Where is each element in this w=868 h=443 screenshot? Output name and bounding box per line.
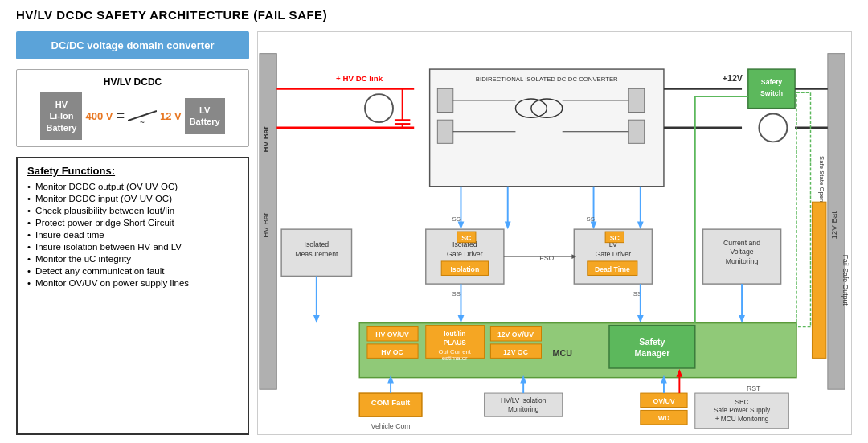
svg-text:Safety: Safety — [761, 79, 782, 87]
dcdc-label: HV/LV DCDC — [25, 76, 240, 88]
converter-symbol: ~ — [128, 105, 157, 127]
safety-list-item: Insure isolation between HV and LV — [27, 242, 238, 252]
safety-functions-title: Safety Functions: — [27, 165, 238, 177]
svg-text:~: ~ — [140, 118, 145, 127]
safety-list: Monitor DCDC output (OV UV OC)Monitor DC… — [27, 182, 238, 288]
svg-rect-16 — [437, 120, 452, 143]
svg-rect-15 — [437, 88, 452, 112]
svg-text:Safe Power Supply: Safe Power Supply — [714, 407, 771, 414]
equals-sign: = — [116, 108, 125, 125]
svg-text:Manager: Manager — [634, 348, 669, 358]
svg-text:+ MCU Monitoring: + MCU Monitoring — [715, 416, 769, 423]
svg-text:Isolation: Isolation — [450, 265, 479, 273]
svg-marker-73 — [637, 315, 644, 323]
hv-box: HV Li-Ion Battery — [40, 92, 82, 140]
svg-text:SBC: SBC — [735, 399, 749, 406]
lv-voltage: 12 V — [160, 110, 182, 122]
svg-text:Out Current: Out Current — [438, 348, 471, 355]
svg-text:Monitoring: Monitoring — [508, 406, 539, 413]
svg-point-25 — [365, 94, 393, 122]
safety-list-item: Monitor DCDC output (OV UV OC) — [27, 182, 238, 191]
right-panel: HV Bat 12V Bat + HV DC link — [257, 31, 852, 435]
svg-marker-42 — [637, 221, 644, 229]
svg-text:Gate Driver: Gate Driver — [596, 250, 632, 258]
svg-text:HV Bat: HV Bat — [261, 126, 270, 153]
svg-marker-123 — [313, 315, 320, 323]
svg-text:MCU: MCU — [553, 348, 573, 358]
safety-list-item: Detect any communication fault — [27, 266, 238, 276]
svg-text:HV/LV Isolation: HV/LV Isolation — [501, 397, 547, 404]
safety-functions-box: Safety Functions: Monitor DCDC output (O… — [16, 157, 249, 435]
svg-text:Current and: Current and — [723, 239, 760, 247]
svg-text:Switch: Switch — [760, 89, 783, 97]
svg-text:HV OV/UV: HV OV/UV — [375, 330, 409, 338]
svg-point-33 — [759, 113, 787, 142]
svg-rect-89 — [609, 326, 695, 368]
svg-text:SS: SS — [586, 215, 594, 223]
svg-text:Voltage: Voltage — [731, 248, 754, 256]
svg-text:Fail Safe Output: Fail Safe Output — [841, 255, 850, 306]
svg-text:OV/UV: OV/UV — [653, 397, 674, 405]
svg-text:COM Fault: COM Fault — [371, 398, 411, 407]
svg-text:SC: SC — [610, 234, 620, 242]
svg-rect-20 — [628, 120, 644, 143]
architecture-diagram: HV Bat 12V Bat + HV DC link — [258, 32, 851, 434]
svg-text:+12V: +12V — [723, 73, 743, 83]
svg-text:Gate Driver: Gate Driver — [447, 250, 483, 258]
page-title: HV/LV DCDC SAFETY ARCHITECTURE (FAIL SAF… — [16, 8, 852, 22]
safety-list-item: Check plausibility between Iout/Iin — [27, 206, 238, 215]
svg-text:Dead Time: Dead Time — [595, 265, 630, 273]
hv-voltage: 400 V — [85, 110, 113, 122]
svg-text:SC: SC — [461, 234, 472, 242]
svg-text:Measurement: Measurement — [295, 250, 338, 258]
svg-text:BIDIRECTIONAL ISOLATED DC-DC C: BIDIRECTIONAL ISOLATED DC-DC CONVERTER — [476, 76, 618, 83]
safety-list-item: Monitor OV/UV on power supply lines — [27, 278, 238, 288]
svg-text:12V OV/UV: 12V OV/UV — [497, 330, 534, 338]
svg-text:Safety: Safety — [639, 337, 665, 347]
svg-text:HV Bat: HV Bat — [261, 213, 270, 238]
converter-title: DC/DC voltage domain converter — [16, 31, 249, 59]
lv-box: LV Battery — [185, 98, 225, 134]
dcdc-diagram: HV/LV DCDC HV Li-Ion Battery 400 V = ~ 1… — [16, 69, 249, 147]
svg-text:estimator: estimator — [442, 355, 468, 362]
svg-text:SS: SS — [452, 215, 460, 223]
svg-rect-96 — [812, 202, 825, 358]
svg-rect-19 — [628, 88, 644, 112]
svg-text:PLAUS: PLAUS — [444, 339, 466, 347]
svg-text:SS: SS — [452, 290, 460, 297]
svg-text:Monitoring: Monitoring — [726, 257, 759, 265]
svg-text:WD: WD — [658, 414, 670, 422]
left-panel: DC/DC voltage domain converter HV/LV DCD… — [16, 31, 249, 435]
safety-list-item: Insure dead time — [27, 230, 238, 240]
safety-list-item: Protect power bridge Short Circuit — [27, 218, 238, 228]
svg-text:FSO: FSO — [539, 254, 554, 262]
svg-marker-70 — [458, 315, 465, 323]
svg-marker-38 — [505, 221, 511, 229]
svg-rect-74 — [359, 323, 796, 378]
svg-text:RST: RST — [747, 384, 761, 392]
safety-list-item: Monitor DCDC input (OV UV OC) — [27, 194, 238, 203]
dcdc-row: HV Li-Ion Battery 400 V = ~ 12 V LV Batt… — [25, 92, 240, 140]
svg-text:12V OC: 12V OC — [503, 348, 529, 356]
svg-text:Iout/Iin: Iout/Iin — [444, 330, 465, 338]
safety-list-item: Monitor the uC integrity — [27, 254, 238, 264]
svg-text:HV OC: HV OC — [381, 348, 403, 356]
svg-text:+ HV DC link: + HV DC link — [336, 74, 383, 83]
svg-text:Vehicle Com: Vehicle Com — [371, 422, 411, 430]
svg-marker-125 — [739, 315, 745, 323]
svg-text:12V Bat: 12V Bat — [829, 211, 838, 240]
svg-text:Isolated: Isolated — [305, 240, 330, 248]
